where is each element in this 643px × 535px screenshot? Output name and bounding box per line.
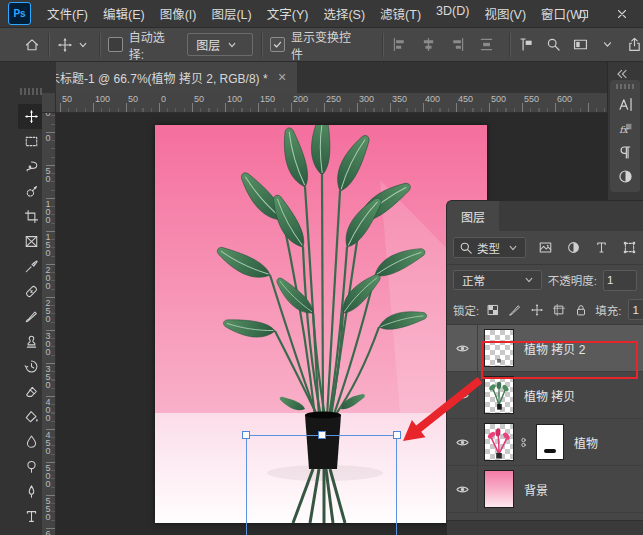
layer-visibility-eye-icon[interactable] xyxy=(455,388,470,403)
align-right-edges-icon[interactable] xyxy=(449,36,466,53)
lock-artboard-icon[interactable] xyxy=(552,303,566,317)
adjustments-panel-icon[interactable] xyxy=(617,168,634,185)
tab-close-icon[interactable]: ✕ xyxy=(278,71,287,84)
search-icon[interactable] xyxy=(545,36,562,53)
align-horizontal-centers-icon[interactable] xyxy=(420,36,437,53)
menu-文字(Y)[interactable]: 文字(Y) xyxy=(267,4,309,23)
marquee-tool[interactable] xyxy=(18,129,44,154)
vruler-label: 200 xyxy=(43,265,53,289)
chevron-down-icon[interactable] xyxy=(75,37,91,53)
opacity-field[interactable]: 1 xyxy=(603,270,637,291)
eyedropper-tool[interactable] xyxy=(18,254,44,279)
styles-panel-icon[interactable]: fx xyxy=(617,120,634,137)
layer-thumbnail[interactable] xyxy=(484,423,514,461)
gradient-tool[interactable] xyxy=(18,404,44,429)
align-left-edges-icon[interactable] xyxy=(391,36,408,53)
image-filter-icon[interactable] xyxy=(538,240,553,255)
lock-paint-icon[interactable] xyxy=(508,303,522,317)
layer-visibility-eye-icon[interactable] xyxy=(455,435,470,450)
toolbar-grip[interactable] xyxy=(20,88,42,95)
lock-buttons xyxy=(486,303,588,317)
blend-mode-dropdown[interactable]: 正常 xyxy=(453,270,542,290)
menu-编辑(E)[interactable]: 编辑(E) xyxy=(103,4,145,23)
share-icon[interactable] xyxy=(626,36,643,53)
vruler-label: 400 xyxy=(43,397,53,421)
paragraph-panel-icon[interactable] xyxy=(617,144,634,161)
layer-visibility-eye-icon[interactable] xyxy=(455,482,470,497)
stamp-tool[interactable] xyxy=(18,329,44,354)
dock-grip[interactable] xyxy=(616,84,634,89)
document-canvas[interactable] xyxy=(155,125,487,523)
move-tool-preset-icon[interactable] xyxy=(57,37,73,53)
close-icon[interactable] xyxy=(615,7,629,21)
history-brush-tool[interactable] xyxy=(18,354,44,379)
lock-transparent-icon[interactable] xyxy=(486,303,500,317)
home-icon[interactable] xyxy=(24,37,40,53)
eraser-tool[interactable] xyxy=(18,379,44,404)
hruler-label: 550 xyxy=(524,94,539,104)
chevron-down-icon xyxy=(224,37,240,53)
document-tab-title: 未标题-1 @ 66.7%(植物 拷贝 2, RGB/8) * xyxy=(48,69,268,86)
blur-tool[interactable] xyxy=(18,429,44,454)
layer-visibility-eye-icon[interactable] xyxy=(455,341,470,356)
adjustment-filter-icon[interactable] xyxy=(566,240,581,255)
fill-field[interactable]: 1 xyxy=(628,299,643,320)
menu-滤镜(T)[interactable]: 滤镜(T) xyxy=(380,4,421,23)
arrange-icon[interactable] xyxy=(572,36,589,53)
layer-thumbnail[interactable] xyxy=(484,376,514,414)
type-tool[interactable] xyxy=(18,504,44,529)
chevron-down-icon xyxy=(521,272,537,288)
type-filter-icon[interactable] xyxy=(594,240,609,255)
auto-select-label: 自动选择: xyxy=(129,28,180,62)
lock-move-icon[interactable] xyxy=(530,303,544,317)
layer-row[interactable]: 植物 拷贝 2 xyxy=(447,325,643,372)
target-select-dropdown[interactable]: 图层 xyxy=(187,33,253,56)
chevron-down-icon[interactable] xyxy=(599,36,616,53)
dodge-tool[interactable] xyxy=(18,454,44,479)
workspace-icon[interactable] xyxy=(518,36,535,53)
show-transform-checkbox[interactable] xyxy=(270,37,285,52)
menu-选择(S)[interactable]: 选择(S) xyxy=(323,4,365,23)
layer-row[interactable]: 背景 xyxy=(447,466,643,513)
move-tool[interactable] xyxy=(18,104,44,129)
shape-filter-icon[interactable] xyxy=(622,240,637,255)
layer-name[interactable]: 植物 拷贝 2 xyxy=(524,340,585,357)
lock-all-icon[interactable] xyxy=(574,303,588,317)
document-tab-bar: 未标题-1 @ 66.7%(植物 拷贝 2, RGB/8) * ✕ xyxy=(0,62,643,93)
vruler-label: 50 xyxy=(43,166,53,182)
crop-tool[interactable] xyxy=(18,204,44,229)
mask-content xyxy=(544,449,556,453)
menu-图像(I)[interactable]: 图像(I) xyxy=(160,4,197,23)
layer-filter-dropdown[interactable]: 类型 xyxy=(453,237,526,258)
lasso-tool[interactable] xyxy=(18,154,44,179)
maximize-icon[interactable] xyxy=(577,7,591,21)
layer-row[interactable]: 植物 xyxy=(447,419,643,466)
layer-name[interactable]: 背景 xyxy=(524,481,548,498)
minimize-icon[interactable] xyxy=(539,7,553,21)
healing-tool[interactable] xyxy=(18,279,44,304)
layer-mask-thumbnail[interactable] xyxy=(536,424,564,460)
document-tab[interactable]: 未标题-1 @ 66.7%(植物 拷贝 2, RGB/8) * ✕ xyxy=(34,62,297,93)
layer-thumbnail[interactable] xyxy=(484,470,514,508)
layer-row[interactable]: 植物 拷贝 xyxy=(447,372,643,419)
menu-3D(D)[interactable]: 3D(D) xyxy=(436,4,469,23)
menu-视图(V)[interactable]: 视图(V) xyxy=(484,4,526,23)
vertical-ruler: 50050100150200250300350400450500550600 xyxy=(42,93,56,535)
tab-layers[interactable]: 图层 xyxy=(447,201,499,231)
menu-文件(F)[interactable]: 文件(F) xyxy=(47,4,88,23)
layer-name[interactable]: 植物 拷贝 xyxy=(524,387,575,404)
vruler-label: 300 xyxy=(43,331,53,355)
menu-图层(L)[interactable]: 图层(L) xyxy=(211,4,251,23)
layer-mask-link-icon[interactable] xyxy=(517,436,530,449)
chevron-down-icon xyxy=(505,240,521,256)
quick-select-tool[interactable] xyxy=(18,179,44,204)
character-panel-icon[interactable] xyxy=(617,96,634,113)
distribute-centers-icon[interactable] xyxy=(478,36,495,53)
frame-tool[interactable] xyxy=(18,229,44,254)
auto-select-checkbox[interactable] xyxy=(108,37,123,52)
layer-thumbnail[interactable] xyxy=(484,329,514,367)
pen-tool[interactable] xyxy=(18,479,44,504)
brush-tool[interactable] xyxy=(18,304,44,329)
hruler-label: 200 xyxy=(293,94,308,104)
layer-name[interactable]: 植物 xyxy=(574,434,598,451)
